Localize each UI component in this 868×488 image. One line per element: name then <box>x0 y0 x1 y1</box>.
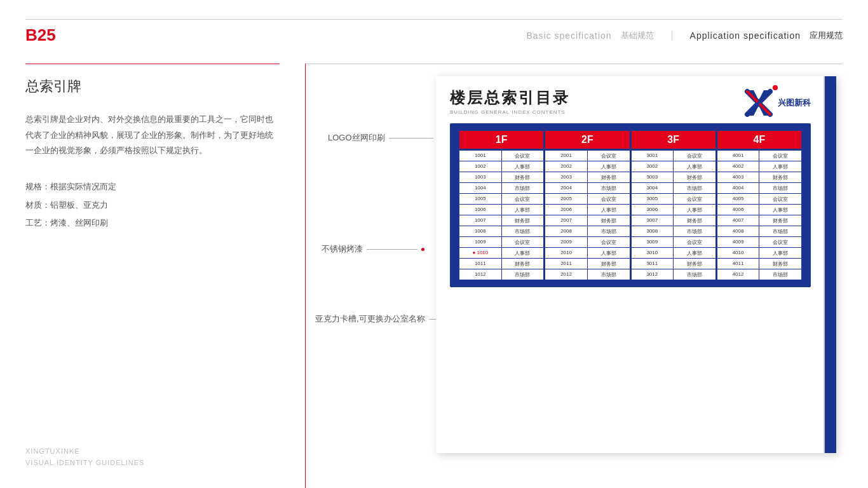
paper-title-en: BUILDING GENERAL INDEX CONTENTS <box>450 109 570 115</box>
room-row: 1008市场部 <box>459 226 543 236</box>
room-row: 2004市场部 <box>545 183 629 193</box>
left-panel: 总索引牌 总索引牌是企业对内、对外交换信息的最重要的工具之一，它同时也代表了企业… <box>0 64 299 488</box>
room-row: 4004市场部 <box>717 183 801 193</box>
spec-size: 规格：根据实际情况而定 <box>25 178 273 196</box>
header: B25 Basic specification 基础规范 Application… <box>25 25 843 45</box>
floor-3f: 3F <box>632 131 715 149</box>
floor-2f: 2F <box>545 131 629 149</box>
nav-basic-cn-label: 基础规范 <box>621 30 654 41</box>
right-blue-strip <box>825 76 836 453</box>
callout-acrylic-label: 亚克力卡槽,可更换办公室名称 <box>315 313 425 325</box>
room-grid: 1001会议室 1002人事部 1003财务部 1004市场部 1005会议室 … <box>459 151 801 280</box>
section-title: 总索引牌 <box>25 77 273 96</box>
logo-dot <box>773 85 778 90</box>
right-gray-strip <box>824 76 825 453</box>
room-row: 1001会议室 <box>459 151 543 161</box>
page-number: B25 <box>25 25 56 45</box>
room-row: 2012市场部 <box>545 269 629 280</box>
room-row: 3011财务部 <box>632 259 715 269</box>
callout-stainless-label: 不锈钢烤漆 <box>322 243 363 255</box>
col-1f: 1001会议室 1002人事部 1003财务部 1004市场部 1005会议室 … <box>459 151 543 280</box>
logo-name: 兴图新科 <box>778 97 811 109</box>
room-row: 2009会议室 <box>545 237 629 247</box>
room-row: 4011财务部 <box>717 259 801 269</box>
logo-svg <box>743 88 774 118</box>
callout-logo-label: LOGO丝网印刷 <box>328 132 385 144</box>
footer-line1: XINGTUXINKE <box>25 445 144 458</box>
room-row: 3008市场部 <box>632 226 715 236</box>
room-row: 3003财务部 <box>632 172 715 182</box>
room-row: 3010人事部 <box>632 248 715 258</box>
room-row: 3001会议室 <box>632 151 715 161</box>
paper-title-cn: 楼层总索引目录 <box>450 88 570 108</box>
room-row: 4009会议室 <box>717 237 801 247</box>
callout-logo-line <box>389 138 433 139</box>
room-row: 2003财务部 <box>545 172 629 182</box>
paper-title-area: 楼层总索引目录 BUILDING GENERAL INDEX CONTENTS <box>450 88 570 115</box>
room-row: 4001会议室 <box>717 151 801 161</box>
room-row: 4002人事部 <box>717 161 801 172</box>
room-row: 1011财务部 <box>459 259 543 269</box>
footer: XINGTUXINKE VISUAL IDENTITY GUIDELINES <box>25 445 144 469</box>
room-row: 1002人事部 <box>459 161 543 172</box>
description: 总索引牌是企业对内、对外交换信息的最重要的工具之一，它同时也代表了企业的精神风貌… <box>25 112 273 159</box>
callout-stainless-dot <box>421 248 424 251</box>
room-row: 4006人事部 <box>717 205 801 215</box>
room-row: 3004市场部 <box>632 183 715 193</box>
room-row: 2005会议室 <box>545 194 629 204</box>
room-row: 4012市场部 <box>717 269 801 280</box>
col-4f: 4001会议室 4002人事部 4003财务部 4004市场部 4005会议室 … <box>717 151 801 280</box>
room-row: 1007财务部 <box>459 215 543 226</box>
room-row: 4008市场部 <box>717 226 801 236</box>
right-top-line <box>306 64 843 64</box>
top-border <box>25 19 843 20</box>
room-row: 3007财务部 <box>632 215 715 226</box>
right-panel: LOGO丝网印刷 不锈钢烤漆 亚克力卡槽,可更换办公室名称 楼层总索引目录 <box>305 64 868 488</box>
room-row: 4010人事部 <box>717 248 801 258</box>
signboard-container: 楼层总索引目录 BUILDING GENERAL INDEX CONTENTS <box>436 76 836 453</box>
callout-stainless-line <box>367 249 417 250</box>
room-row: 2010人事部 <box>545 248 629 258</box>
nav-divider <box>672 31 672 40</box>
callout-logo: LOGO丝网印刷 <box>328 132 433 144</box>
nav-app-label: Application specification <box>690 30 801 41</box>
room-row: 1004市场部 <box>459 183 543 193</box>
room-row: 4007财务部 <box>717 215 801 226</box>
footer-line2: VISUAL IDENTITY GUIDELINES <box>25 457 144 469</box>
callout-acrylic: 亚克力卡槽,可更换办公室名称 <box>315 313 442 325</box>
specs: 规格：根据实际情况而定 材质：铝塑板、亚克力 工艺：烤漆、丝网印刷 <box>25 178 273 233</box>
left-top-line <box>25 64 280 64</box>
room-row: 3002人事部 <box>632 161 715 172</box>
room-row: 1009会议室 <box>459 237 543 247</box>
room-row: 3005会议室 <box>632 194 715 204</box>
room-row: 2008市场部 <box>545 226 629 236</box>
nav-basic-label: Basic specification <box>526 30 611 41</box>
content-area: 总索引牌 总索引牌是企业对内、对外交换信息的最重要的工具之一，它同时也代表了企业… <box>0 64 868 488</box>
white-paper: 楼层总索引目录 BUILDING GENERAL INDEX CONTENTS <box>436 76 825 453</box>
floor-headers: 1F 2F 3F 4F <box>459 131 801 149</box>
room-row: 2011财务部 <box>545 259 629 269</box>
room-row: 2007财务部 <box>545 215 629 226</box>
room-row: 3012市场部 <box>632 269 715 280</box>
paper-header: 楼层总索引目录 BUILDING GENERAL INDEX CONTENTS <box>450 88 811 118</box>
room-row: 3006人事部 <box>632 205 715 215</box>
sign-table: 1F 2F 3F 4F 1001会议室 1002人事部 1003财务部 1004… <box>450 123 811 287</box>
room-row: 1003财务部 <box>459 172 543 182</box>
room-row: 3009会议室 <box>632 237 715 247</box>
room-row: 2006人事部 <box>545 205 629 215</box>
logo-area: 兴图新科 <box>743 88 811 118</box>
room-row: ● 1010人事部 <box>459 248 543 258</box>
room-row: 4003财务部 <box>717 172 801 182</box>
col-2f: 2001会议室 2002人事部 2003财务部 2004市场部 2005会议室 … <box>545 151 629 280</box>
room-row: 4005会议室 <box>717 194 801 204</box>
callout-stainless: 不锈钢烤漆 <box>322 243 424 255</box>
nav-app-cn-label: 应用规范 <box>810 30 843 41</box>
col-3f: 3001会议室 3002人事部 3003财务部 3004市场部 3005会议室 … <box>632 151 715 280</box>
floor-1f: 1F <box>459 131 543 149</box>
room-row: 1005会议室 <box>459 194 543 204</box>
floor-4f: 4F <box>717 131 801 149</box>
room-row: 1012市场部 <box>459 269 543 280</box>
room-row: 2002人事部 <box>545 161 629 172</box>
room-row: 2001会议室 <box>545 151 629 161</box>
nav-links: Basic specification 基础规范 Application spe… <box>526 30 843 41</box>
